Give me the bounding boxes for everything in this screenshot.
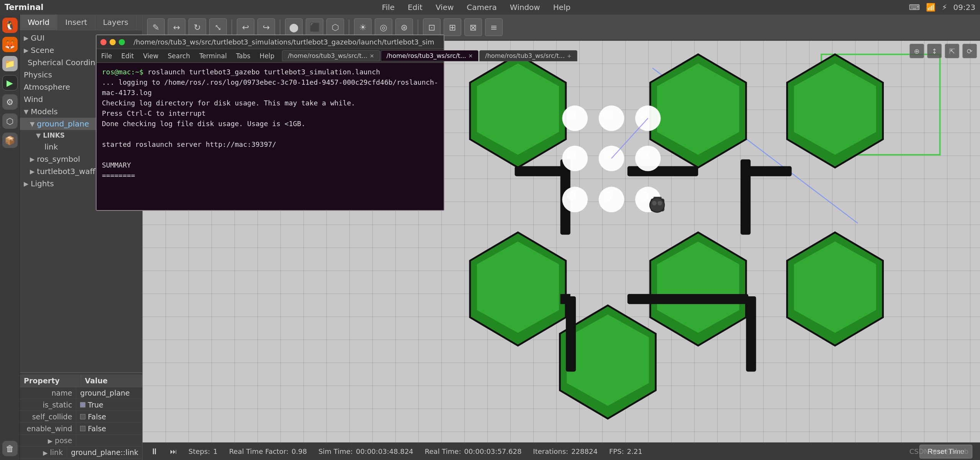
orbit-ctrl-btn[interactable]: ⊕ [910, 44, 924, 58]
svg-point-39 [640, 150, 649, 159]
trash-icon[interactable]: 🗑 [2, 441, 18, 456]
files-icon[interactable]: 📁 [2, 56, 18, 71]
zoom-ctrl-btn[interactable]: ⇱ [945, 44, 959, 58]
term-menu-terminal[interactable]: Terminal [195, 52, 231, 60]
prop-row-is-static: is_static True [20, 399, 142, 411]
term-line-5 [102, 129, 438, 139]
toolbar-translate-btn[interactable]: ↔ [168, 18, 185, 36]
term-menu-tabs[interactable]: Tabs [231, 52, 255, 60]
toolbar-sphere-btn[interactable]: ⬤ [285, 18, 303, 36]
prop-val-is-static[interactable]: True [76, 399, 142, 411]
tab-layers[interactable]: Layers [95, 15, 136, 30]
term-tab-bar: /home/ros/tub3_ws/src/t... ✕ /home/ros/t… [279, 50, 580, 61]
toolbar-sep2 [280, 20, 280, 35]
terminal-close-btn[interactable] [100, 39, 107, 45]
toolbar-paste-btn[interactable]: ⊞ [444, 18, 461, 36]
firefox-icon[interactable]: 🦊 [2, 37, 18, 52]
svg-point-30 [635, 146, 661, 171]
menu-file[interactable]: File [379, 3, 398, 12]
self-collide-checkbox[interactable] [80, 414, 85, 419]
props-col-value: Value [81, 375, 143, 387]
prop-row-self-collide: self_collide False [20, 411, 142, 423]
term-tab3-close[interactable]: + [567, 53, 572, 59]
term-line-4: Done checking log file disk usage. Usage… [102, 118, 438, 129]
term-menu-view[interactable]: View [138, 52, 163, 60]
term-menu-help[interactable]: Help [255, 52, 279, 60]
tab-bar: World Insert Layers [20, 15, 142, 30]
ubuntu-logo-icon[interactable]: 🐧 [2, 18, 18, 33]
rtf-item: Real Time Factor: 0.98 [229, 447, 307, 455]
topbar-left: Terminal [5, 3, 44, 12]
step-btn[interactable]: ⏭ [170, 447, 177, 455]
svg-rect-18 [628, 166, 698, 176]
menu-edit[interactable]: Edit [405, 3, 426, 12]
term-line-8: SUMMARY [102, 160, 438, 170]
toolbar-sep4 [418, 20, 418, 35]
tab-world[interactable]: World [20, 15, 57, 30]
terminal-icon[interactable]: ▶ [2, 75, 18, 90]
svg-point-38 [603, 150, 613, 159]
prop-row-enable-wind: enable_wind False [20, 423, 142, 435]
toolbar-rotate-btn[interactable]: ↻ [188, 18, 206, 36]
menu-view[interactable]: View [433, 3, 457, 12]
toolbar-cylinder-btn[interactable]: ⬡ [326, 18, 344, 36]
pan-ctrl-btn[interactable]: ↕ [927, 44, 942, 58]
enable-wind-checkbox[interactable] [80, 426, 85, 431]
settings-icon[interactable]: ⚙ [2, 94, 18, 110]
prop-key-link[interactable]: ▶ link [20, 447, 67, 458]
term-tab1-close[interactable]: ✕ [370, 53, 374, 59]
term-line-1: ... logging to /home/ros/.ros/log/0973eb… [102, 77, 438, 98]
box-icon[interactable]: 📦 [2, 133, 18, 148]
keyboard-icon: ⌨ [909, 3, 920, 12]
terminal-content[interactable]: ros@mac:~$ roslaunch turtlebot3_gazebo t… [97, 63, 444, 210]
prop-val-pose [76, 435, 142, 446]
term-tab-3[interactable]: /home/ros/tub3_ws/src/t... + [479, 50, 577, 61]
toolbar-dir-btn[interactable]: ⊛ [395, 18, 413, 36]
prop-val-enable-wind[interactable]: False [76, 423, 142, 434]
prop-key-pose[interactable]: ▶ pose [20, 435, 76, 446]
term-tab2-close[interactable]: ✕ [469, 53, 473, 59]
toolbar-select-btn[interactable]: ✎ [147, 18, 165, 36]
toolbar-align-btn[interactable]: ≡ [485, 18, 503, 36]
prop-val-self-collide[interactable]: False [76, 411, 142, 422]
svg-point-26 [599, 105, 624, 131]
tab-insert[interactable]: Insert [57, 15, 95, 30]
toolbar-undo-btn[interactable]: ↩ [237, 18, 254, 36]
term-line-2: Checking log directory for disk usage. T… [102, 98, 438, 108]
menu-help[interactable]: Help [550, 3, 574, 12]
term-menu-search[interactable]: Search [163, 52, 195, 60]
terminal-maximize-btn[interactable] [119, 39, 125, 45]
toolbar-sep1 [231, 20, 232, 35]
term-tab-1[interactable]: /home/ros/tub3_ws/src/t... ✕ [282, 50, 380, 61]
props-header: Property Value [20, 375, 142, 387]
svg-point-47 [652, 201, 657, 205]
toolbar-spot-btn[interactable]: ◎ [375, 18, 392, 36]
terminal-title: /home/ros/tub3_ws/src/turtlebot3_simulat… [128, 38, 440, 46]
topbar-title: Terminal [5, 3, 44, 12]
svg-point-42 [640, 191, 649, 200]
svg-point-28 [562, 146, 588, 171]
svg-point-36 [640, 110, 649, 119]
rtf-value: 0.98 [292, 447, 307, 455]
term-menu-edit[interactable]: Edit [116, 52, 138, 60]
reset-view-btn[interactable]: ⟳ [962, 44, 977, 58]
toolbar-copy-btn[interactable]: ⊡ [423, 18, 441, 36]
svg-point-27 [635, 105, 661, 131]
toolbar-redo-btn[interactable]: ↪ [257, 18, 275, 36]
clock: 09:23 [953, 3, 975, 12]
term-tab-2[interactable]: /home/ros/tub3_ws/src/t... ✕ [381, 50, 479, 61]
gazebo-icon[interactable]: ⬡ [2, 113, 18, 129]
toolbar-box-btn[interactable]: ⬛ [306, 18, 323, 36]
menu-camera[interactable]: Camera [464, 3, 500, 12]
terminal-minimize-btn[interactable] [110, 39, 116, 45]
toolbar-snap-btn[interactable]: ⊠ [464, 18, 482, 36]
menu-window[interactable]: Window [507, 3, 543, 12]
is-static-checkbox[interactable] [80, 402, 85, 407]
prop-val-name[interactable]: ground_plane [76, 387, 142, 399]
play-pause-btn[interactable]: ⏸ [150, 447, 159, 456]
term-menu-file[interactable]: File [97, 52, 116, 60]
toolbar-light-btn[interactable]: ☀ [354, 18, 372, 36]
toolbar-scale-btn[interactable]: ⤡ [209, 18, 227, 36]
toolbar-sep3 [349, 20, 349, 35]
topbar-right: ⌨ 📶 ⚡ 09:23 [909, 3, 975, 12]
